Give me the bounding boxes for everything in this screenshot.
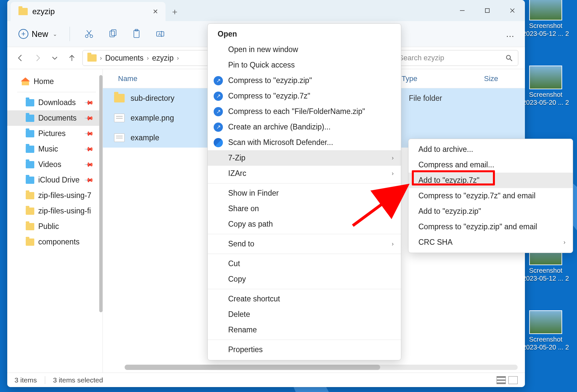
ctx-bandizip[interactable]: ↗Create an archive (Bandizip)... (208, 119, 401, 135)
close-button[interactable] (500, 0, 525, 21)
folder-icon (18, 8, 28, 15)
sidebar-item-label: zip-files-using-fi (38, 207, 91, 215)
ctx-cut[interactable]: Cut (208, 256, 401, 271)
desktop-shortcut[interactable]: Screenshot 2023-05-20 ... 2 (519, 66, 572, 106)
breadcrumb-item[interactable]: ezyzip (152, 54, 173, 63)
folder-icon (26, 177, 34, 184)
ctx-label: Copy as path (228, 220, 273, 229)
shield-icon (214, 138, 223, 147)
desktop-shortcut[interactable]: Screenshot 2023-05-12 ... 2 (519, 0, 572, 38)
ctx-show-finder[interactable]: Show in Finder (208, 185, 401, 201)
ctx-add-to-archive[interactable]: Add to archive... (409, 142, 573, 157)
ctx-7zip[interactable]: 7-Zip› (208, 150, 401, 166)
minimize-button[interactable] (450, 0, 475, 21)
maximize-button[interactable] (475, 0, 500, 21)
sidebar-item-zipfiles1[interactable]: zip-files-using-7 (7, 188, 103, 203)
icons-view-button[interactable] (508, 376, 518, 384)
ctx-share-on[interactable]: Share on (208, 201, 401, 216)
ctx-delete[interactable]: Delete (208, 307, 401, 322)
svg-rect-9 (111, 30, 116, 36)
chevron-right-icon: › (147, 55, 149, 62)
new-button[interactable]: + New ⌄ (15, 27, 61, 41)
ctx-izarc[interactable]: IZArc› (208, 166, 401, 181)
ctx-pin-quick-access[interactable]: Pin to Quick access (208, 57, 401, 73)
details-view-button[interactable] (497, 376, 506, 384)
sidebar-item-videos[interactable]: Videos📌 (7, 157, 103, 172)
ctx-send-to[interactable]: Send to› (208, 236, 401, 252)
chevron-right-icon: › (392, 240, 394, 247)
sidebar-item-public[interactable]: Public (7, 219, 103, 234)
desktop-shortcut[interactable]: Screenshot 2023-05-20 ... 2 (519, 310, 572, 351)
thumb-icon (529, 0, 562, 20)
paste-button[interactable] (126, 26, 147, 42)
ctx-open-new-window[interactable]: Open in new window (208, 42, 401, 57)
ctx-compress-7z-email[interactable]: Compress to "ezyzip.7z" and email (409, 188, 573, 204)
overflow-button[interactable]: … (506, 29, 518, 39)
ctx-crc-sha[interactable]: CRC SHA› (409, 235, 573, 250)
ctx-label: 7-Zip (228, 154, 245, 162)
cut-button[interactable] (78, 26, 100, 42)
desktop-label: Screenshot (529, 266, 562, 274)
ctx-compress-email[interactable]: Compress and email... (409, 157, 573, 173)
svg-rect-1 (485, 9, 489, 13)
context-menu: Open Open in new window Pin to Quick acc… (207, 23, 401, 360)
ctx-label: Delete (228, 310, 250, 319)
sidebar-item-label: Music (38, 145, 58, 154)
search-input[interactable]: Search ezyzip (393, 50, 518, 66)
thumb-icon (529, 66, 562, 89)
folder-icon (26, 115, 34, 122)
sidebar[interactable]: Home Downloads📌 Documents📌 Pictures📌 Mus… (7, 69, 103, 387)
ctx-label: Pin to Quick access (228, 61, 295, 70)
ctx-compress-zip[interactable]: ↗Compress to "ezyzip.zip" (208, 73, 401, 88)
sidebar-item-documents[interactable]: Documents📌 (7, 110, 103, 126)
forward-button[interactable] (31, 54, 44, 62)
titlebar: ezyzip ✕ ＋ (7, 0, 525, 21)
horizontal-scrollbar[interactable] (125, 365, 518, 370)
ctx-add-to-zip[interactable]: Add to "ezyzip.zip" (409, 204, 573, 219)
ctx-add-to-7z[interactable]: Add to "ezyzip.7z" (409, 173, 573, 188)
ctx-copy-path[interactable]: Copy as path (208, 216, 401, 232)
ctx-label: Cut (228, 259, 240, 268)
back-button[interactable] (14, 54, 27, 62)
separator (208, 183, 401, 183)
folder-icon (26, 161, 34, 168)
rename-button[interactable]: A (150, 26, 171, 42)
col-size[interactable]: Size (484, 74, 517, 83)
copy-button[interactable] (102, 26, 123, 42)
ctx-compress-7z[interactable]: ↗Compress to "ezyzip.7z" (208, 88, 401, 104)
sidebar-item-zipfiles2[interactable]: zip-files-using-fi (7, 203, 103, 219)
ctx-properties[interactable]: Properties (208, 342, 401, 357)
tab-ezyzip[interactable]: ezyzip ✕ (11, 2, 166, 21)
ctx-create-shortcut[interactable]: Create shortcut (208, 291, 401, 307)
bandizip-icon: ↗ (214, 123, 223, 132)
recent-button[interactable] (48, 54, 61, 62)
folder-icon (26, 99, 34, 106)
sidebar-item-label: Pictures (38, 129, 66, 138)
folder-icon (26, 238, 34, 246)
svg-line-6 (87, 30, 91, 35)
chevron-down-icon: ⌄ (53, 31, 57, 37)
col-type[interactable]: Type (402, 74, 484, 83)
sidebar-item-home[interactable]: Home (7, 74, 103, 89)
ctx-label: Copy (228, 275, 246, 284)
ctx-rename[interactable]: Rename (208, 322, 401, 338)
separator (208, 234, 401, 234)
sidebar-item-pictures[interactable]: Pictures📌 (7, 126, 103, 141)
ctx-label: Compress to "ezyzip.7z" (228, 92, 310, 100)
ctx-compress-zip-email[interactable]: Compress to "ezyzip.zip" and email (409, 219, 573, 235)
ctx-compress-each[interactable]: ↗Compress to each "File/FolderName.zip" (208, 104, 401, 119)
ctx-label: Create an archive (Bandizip)... (228, 123, 331, 131)
desktop-label: Screenshot (529, 22, 562, 30)
new-tab-button[interactable]: ＋ (166, 2, 184, 21)
sidebar-item-music[interactable]: Music📌 (7, 141, 103, 157)
breadcrumb-item[interactable]: Documents (105, 54, 143, 63)
ctx-open[interactable]: Open (208, 26, 401, 42)
sidebar-item-downloads[interactable]: Downloads📌 (7, 95, 103, 110)
sidebar-item-components[interactable]: components (7, 234, 103, 250)
ctx-copy[interactable]: Copy (208, 271, 401, 287)
close-icon[interactable]: ✕ (153, 8, 158, 15)
ctx-defender[interactable]: Scan with Microsoft Defender... (208, 135, 401, 150)
svg-rect-8 (110, 31, 114, 37)
up-button[interactable] (65, 54, 78, 62)
sidebar-item-icloud[interactable]: iCloud Drive📌 (7, 172, 103, 188)
